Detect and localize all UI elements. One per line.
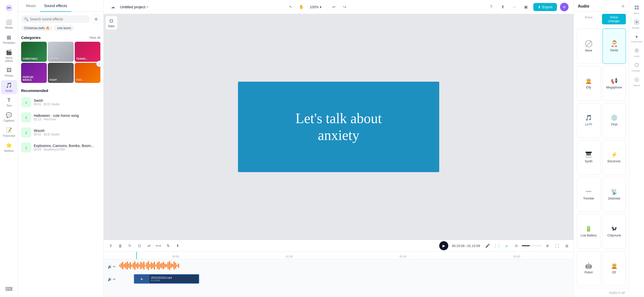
layout-button[interactable]: ▣ [522,3,530,11]
video-clip[interactable]: ▶ 20231201013.mp4 01:15:09 [134,274,199,284]
fr-item-smart-tools[interactable]: ✦ Smart tools [630,32,644,45]
search-input[interactable] [30,17,87,21]
category-performance[interactable]: PERFOR-MANCE [21,63,47,83]
voice-card-none[interactable]: None [577,28,600,64]
sound-item-woosh[interactable]: ♪ Woosh 00:01 · BCD Studio [18,125,103,140]
sidebar-item-more[interactable]: ⌨ [1,284,17,294]
tag-christmas-bells[interactable]: Christmas bells 🔥 [21,25,53,31]
voice-card-distorted[interactable]: 📡 Distorted [602,177,626,212]
timeline-zoom-slider[interactable] [522,245,542,246]
mic-button[interactable]: 🎤 [484,242,492,250]
tab-voice-changer[interactable]: Voice changer [602,14,626,24]
sidebar-item-transcript[interactable]: 📝 Transcript [1,125,17,139]
category-food[interactable]: FOO... [75,63,100,83]
apply-to-all-button[interactable]: Apply to all [574,288,629,297]
voice-card-label: Megaphone [606,86,622,89]
user-avatar[interactable]: U [560,3,569,11]
sidebar-item-stickers[interactable]: ⭐ Stickers [1,140,17,154]
sidebar-item-captions[interactable]: 💬 Captions [1,110,17,124]
undo-button[interactable]: ↩ [330,3,338,11]
cursor-tool-button[interactable]: ↖ [287,3,295,11]
robot-icon: 🤖 [585,263,592,269]
fr-item-background[interactable]: Backgr... [630,18,644,31]
help-button[interactable]: ? [487,3,496,11]
view-all-button[interactable]: View all [89,36,100,39]
sidebar-item-text[interactable]: T Text [1,95,17,109]
tab-music[interactable]: Music [22,0,40,12]
resize-v-button[interactable]: ⇅ [164,242,172,250]
voice-card-elf[interactable]: 🧝 Elf [602,251,626,286]
hand-tool-button[interactable]: ✋ [297,3,306,11]
voice-card-lofi[interactable]: 🎵 Lo-Fi [577,103,600,138]
category-fight[interactable]: FIGHT [48,63,73,83]
sound-studio: PeriTune [44,118,56,121]
redo-button[interactable]: ↪ [340,3,349,11]
category-christmas[interactable]: CHRISTMAS [21,42,47,62]
volume-icon[interactable]: 🔊 [108,265,112,269]
close-panel-button[interactable]: ✕ [621,4,625,9]
voice-card-electronic[interactable]: ⚡ Electronic [602,140,626,175]
flip-h-button[interactable]: ⇄ [145,242,153,250]
search-input-wrap[interactable]: 🔍 [21,15,90,23]
project-name[interactable]: Untitled project ▾ [120,5,148,9]
sound-item-explosions[interactable]: ♪ Explosions, Cannons, Bombs, Boom... 00… [18,140,103,155]
fr-item-animate[interactable]: Animate... [630,61,644,74]
tab-basic[interactable]: Basic [577,14,601,24]
voice-card-tremble[interactable]: 〰 Tremble [577,177,600,212]
zoom-in-button[interactable]: ⊕ [543,242,551,250]
voice-card-elfy[interactable]: 🧝 Elfy [577,66,600,101]
sound-item-halloween[interactable]: ♪ Halloween · cute horror song 02:13 · P… [18,110,103,125]
sidebar-item-audio[interactable]: 🎵 Audio [1,80,17,94]
filter-button[interactable]: ⚙ [92,15,100,23]
zoom-control[interactable]: 100% ▾ [308,4,324,10]
sidebar-item-stock-videos[interactable]: 🎬 Stock videos [1,47,17,64]
edit-icon[interactable]: ✏ [113,265,116,269]
captions-icon: 💬 [6,112,12,118]
voice-card-label: Low Battery [581,234,596,237]
transform-button[interactable]: ⟺ [154,242,163,250]
more-options-button[interactable]: ··· [510,3,519,11]
align-button[interactable]: ⫻ [503,242,511,250]
split-button[interactable]: ⋮⋮ [493,242,501,250]
sidebar-item-media[interactable]: ⬜ Media [1,17,17,31]
stickers-icon: ⭐ [6,142,12,148]
play-button[interactable]: ▶ [439,241,448,250]
voice-card-santa[interactable]: 🎅 Santa [602,28,626,64]
cloud-upload-button[interactable]: ☁ [109,3,117,11]
loop-button[interactable]: ↻ [126,242,134,250]
divider [327,4,327,10]
fr-item-audio[interactable]: Audio [630,46,644,60]
tab-sound-effects[interactable]: Sound effects [40,0,71,12]
voice-card-robot[interactable]: 🤖 Robot [577,251,600,286]
fr-item-speed[interactable]: Speed [630,75,644,89]
trim-button[interactable]: ⇕ [107,242,115,250]
sound-item-swish[interactable]: ♪ Swish 00:01 · BCD Studio [18,95,103,110]
fullscreen-button[interactable]: ⛶ [553,242,561,250]
zoom-out-button[interactable]: ⊖ [512,242,520,250]
edit-icon[interactable]: ✏ [113,277,116,281]
voice-card-vinyl[interactable]: 💿 Vinyl [602,103,626,138]
voice-card-chipmunk[interactable]: 🐿 Chipmunk [602,214,626,249]
download-button[interactable]: ⬇ [174,242,182,250]
share-button[interactable]: ⬆ [499,3,507,11]
voice-card-low-battery[interactable]: 🔋 Low Battery [577,214,600,249]
voice-card-synth[interactable]: 🎹 Synth [577,140,600,175]
category-laugh[interactable]: LAUGH [48,42,73,62]
category-trans[interactable]: TRANSI... [75,42,100,62]
elfy-icon: 🧝 [585,78,592,84]
playhead [136,252,137,259]
app-logo[interactable]: ✂ [4,3,14,13]
sidebar-item-templates[interactable]: ▦ Templates [1,32,17,46]
delete-button[interactable]: 🗑 [116,242,124,250]
tag-vine-boom[interactable]: vine boom [54,25,74,31]
sidebar-item-photos[interactable]: 🖼 Photos [1,65,17,79]
voice-card-megaphone[interactable]: 📢 Megaphone [602,66,626,101]
categories-next-button[interactable]: › [96,61,102,67]
fr-item-basic[interactable]: Basic [630,3,644,17]
screen-button[interactable]: 🖥 [562,242,571,250]
volume-icon[interactable]: 🔊 [108,277,112,281]
ratio-button[interactable]: ⊡ Ratio [106,16,117,30]
audio-right-panel: Audio ✕ Basic Voice changer None 🎅 Santa… [574,0,629,297]
export-button[interactable]: ⬇ Export [533,3,557,11]
crop-button[interactable]: ⊡ [135,242,143,250]
